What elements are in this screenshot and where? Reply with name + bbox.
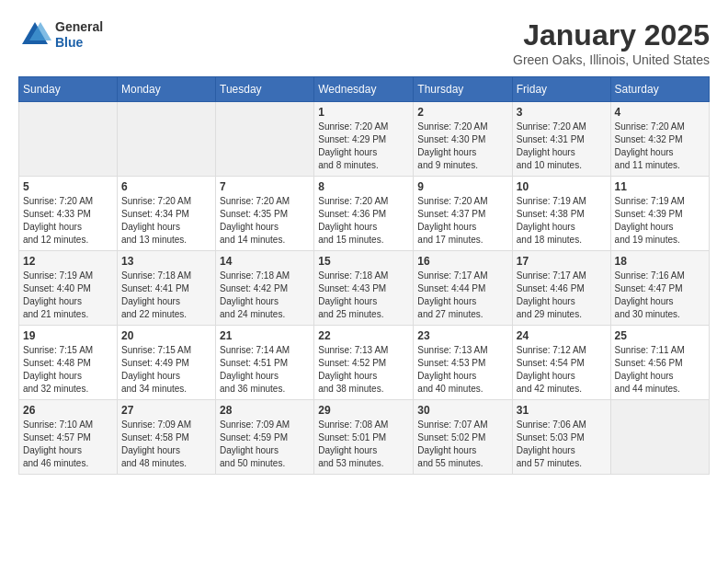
day-number: 19 — [23, 329, 113, 342]
day-number: 9 — [417, 180, 507, 193]
day-number: 27 — [121, 404, 211, 417]
day-number: 16 — [417, 255, 507, 268]
calendar-header: SundayMondayTuesdayWednesdayThursdayFrid… — [19, 77, 710, 102]
day-number: 7 — [220, 180, 310, 193]
day-info: Sunrise: 7:20 AM Sunset: 4:30 PM Dayligh… — [417, 121, 507, 172]
day-info: Sunrise: 7:18 AM Sunset: 4:41 PM Dayligh… — [121, 270, 211, 321]
day-number: 25 — [615, 329, 705, 342]
day-info: Sunrise: 7:19 AM Sunset: 4:40 PM Dayligh… — [23, 270, 113, 321]
logo-text: General Blue — [55, 19, 103, 51]
calendar-cell — [216, 102, 314, 177]
calendar-cell: 22 Sunrise: 7:13 AM Sunset: 4:52 PM Dayl… — [314, 326, 414, 400]
day-info: Sunrise: 7:19 AM Sunset: 4:39 PM Dayligh… — [615, 195, 705, 247]
day-number: 6 — [121, 180, 211, 193]
weekday-header-row: SundayMondayTuesdayWednesdayThursdayFrid… — [19, 77, 710, 102]
day-number: 11 — [615, 180, 705, 193]
calendar-cell: 21 Sunrise: 7:14 AM Sunset: 4:51 PM Dayl… — [216, 326, 314, 400]
day-number: 29 — [318, 404, 409, 417]
day-number: 28 — [220, 404, 310, 417]
calendar-cell: 10 Sunrise: 7:19 AM Sunset: 4:38 PM Dayl… — [512, 177, 610, 251]
calendar-cell: 6 Sunrise: 7:20 AM Sunset: 4:34 PM Dayli… — [117, 177, 215, 251]
calendar-cell: 12 Sunrise: 7:19 AM Sunset: 4:40 PM Dayl… — [19, 251, 118, 326]
day-info: Sunrise: 7:09 AM Sunset: 4:59 PM Dayligh… — [220, 419, 310, 470]
day-info: Sunrise: 7:13 AM Sunset: 4:53 PM Dayligh… — [417, 344, 507, 396]
weekday-header-thursday: Thursday — [414, 77, 512, 102]
calendar-cell: 13 Sunrise: 7:18 AM Sunset: 4:41 PM Dayl… — [117, 251, 215, 326]
day-number: 8 — [318, 180, 409, 193]
day-info: Sunrise: 7:20 AM Sunset: 4:37 PM Dayligh… — [417, 195, 507, 247]
day-info: Sunrise: 7:20 AM Sunset: 4:29 PM Dayligh… — [318, 121, 409, 172]
day-number: 4 — [615, 106, 705, 119]
calendar-body: 1 Sunrise: 7:20 AM Sunset: 4:29 PM Dayli… — [19, 102, 710, 475]
calendar-cell: 18 Sunrise: 7:16 AM Sunset: 4:47 PM Dayl… — [610, 251, 709, 326]
day-info: Sunrise: 7:15 AM Sunset: 4:48 PM Dayligh… — [23, 344, 113, 396]
month-title: January 2025 — [513, 18, 710, 52]
calendar-cell: 23 Sunrise: 7:13 AM Sunset: 4:53 PM Dayl… — [414, 326, 512, 400]
page-header: General Blue January 2025 Green Oaks, Il… — [18, 18, 710, 67]
day-number: 10 — [517, 180, 607, 193]
day-info: Sunrise: 7:17 AM Sunset: 4:44 PM Dayligh… — [417, 270, 507, 321]
day-info: Sunrise: 7:20 AM Sunset: 4:31 PM Dayligh… — [517, 121, 607, 172]
day-info: Sunrise: 7:06 AM Sunset: 5:03 PM Dayligh… — [517, 419, 607, 470]
calendar-cell: 20 Sunrise: 7:15 AM Sunset: 4:49 PM Dayl… — [117, 326, 215, 400]
calendar-week-4: 19 Sunrise: 7:15 AM Sunset: 4:48 PM Dayl… — [19, 326, 710, 400]
day-info: Sunrise: 7:20 AM Sunset: 4:33 PM Dayligh… — [23, 195, 113, 247]
logo-blue: Blue — [55, 35, 103, 51]
calendar-cell: 4 Sunrise: 7:20 AM Sunset: 4:32 PM Dayli… — [610, 102, 709, 177]
day-info: Sunrise: 7:14 AM Sunset: 4:51 PM Dayligh… — [220, 344, 310, 396]
day-number: 2 — [417, 106, 507, 119]
day-number: 17 — [517, 255, 607, 268]
day-info: Sunrise: 7:18 AM Sunset: 4:43 PM Dayligh… — [318, 270, 409, 321]
title-block: January 2025 Green Oaks, Illinois, Unite… — [513, 18, 710, 67]
day-info: Sunrise: 7:13 AM Sunset: 4:52 PM Dayligh… — [318, 344, 409, 396]
day-info: Sunrise: 7:17 AM Sunset: 4:46 PM Dayligh… — [517, 270, 607, 321]
calendar-week-3: 12 Sunrise: 7:19 AM Sunset: 4:40 PM Dayl… — [19, 251, 710, 326]
day-info: Sunrise: 7:20 AM Sunset: 4:36 PM Dayligh… — [318, 195, 409, 247]
calendar-cell: 2 Sunrise: 7:20 AM Sunset: 4:30 PM Dayli… — [414, 102, 512, 177]
weekday-header-friday: Friday — [512, 77, 610, 102]
day-info: Sunrise: 7:07 AM Sunset: 5:02 PM Dayligh… — [417, 419, 507, 470]
day-number: 22 — [318, 329, 409, 342]
day-number: 18 — [615, 255, 705, 268]
calendar-week-1: 1 Sunrise: 7:20 AM Sunset: 4:29 PM Dayli… — [19, 102, 710, 177]
calendar-cell: 9 Sunrise: 7:20 AM Sunset: 4:37 PM Dayli… — [414, 177, 512, 251]
calendar-table: SundayMondayTuesdayWednesdayThursdayFrid… — [18, 76, 710, 475]
day-number: 26 — [23, 404, 113, 417]
calendar-week-2: 5 Sunrise: 7:20 AM Sunset: 4:33 PM Dayli… — [19, 177, 710, 251]
calendar-cell: 11 Sunrise: 7:19 AM Sunset: 4:39 PM Dayl… — [610, 177, 709, 251]
weekday-header-monday: Monday — [117, 77, 215, 102]
calendar-cell: 3 Sunrise: 7:20 AM Sunset: 4:31 PM Dayli… — [512, 102, 610, 177]
calendar-cell — [19, 102, 118, 177]
day-info: Sunrise: 7:10 AM Sunset: 4:57 PM Dayligh… — [23, 419, 113, 470]
calendar-cell: 25 Sunrise: 7:11 AM Sunset: 4:56 PM Dayl… — [610, 326, 709, 400]
day-info: Sunrise: 7:20 AM Sunset: 4:32 PM Dayligh… — [615, 121, 705, 172]
calendar-cell — [117, 102, 215, 177]
day-number: 15 — [318, 255, 409, 268]
day-info: Sunrise: 7:12 AM Sunset: 4:54 PM Dayligh… — [517, 344, 607, 396]
day-number: 31 — [517, 404, 607, 417]
calendar-cell: 28 Sunrise: 7:09 AM Sunset: 4:59 PM Dayl… — [216, 400, 314, 475]
calendar-cell: 15 Sunrise: 7:18 AM Sunset: 4:43 PM Dayl… — [314, 251, 414, 326]
calendar-cell: 26 Sunrise: 7:10 AM Sunset: 4:57 PM Dayl… — [19, 400, 118, 475]
weekday-header-tuesday: Tuesday — [216, 77, 314, 102]
weekday-header-wednesday: Wednesday — [314, 77, 414, 102]
calendar-cell: 14 Sunrise: 7:18 AM Sunset: 4:42 PM Dayl… — [216, 251, 314, 326]
calendar-cell: 30 Sunrise: 7:07 AM Sunset: 5:02 PM Dayl… — [414, 400, 512, 475]
day-number: 23 — [417, 329, 507, 342]
day-number: 12 — [23, 255, 113, 268]
day-info: Sunrise: 7:20 AM Sunset: 4:35 PM Dayligh… — [220, 195, 310, 247]
day-number: 13 — [121, 255, 211, 268]
logo-general: General — [55, 19, 103, 35]
calendar-cell: 8 Sunrise: 7:20 AM Sunset: 4:36 PM Dayli… — [314, 177, 414, 251]
calendar-cell — [610, 400, 709, 475]
weekday-header-sunday: Sunday — [19, 77, 118, 102]
calendar-week-5: 26 Sunrise: 7:10 AM Sunset: 4:57 PM Dayl… — [19, 400, 710, 475]
calendar-cell: 27 Sunrise: 7:09 AM Sunset: 4:58 PM Dayl… — [117, 400, 215, 475]
day-number: 3 — [517, 106, 607, 119]
location: Green Oaks, Illinois, United States — [513, 52, 710, 67]
day-number: 30 — [417, 404, 507, 417]
logo: General Blue — [18, 18, 103, 52]
day-number: 5 — [23, 180, 113, 193]
day-info: Sunrise: 7:11 AM Sunset: 4:56 PM Dayligh… — [615, 344, 705, 396]
day-number: 24 — [517, 329, 607, 342]
